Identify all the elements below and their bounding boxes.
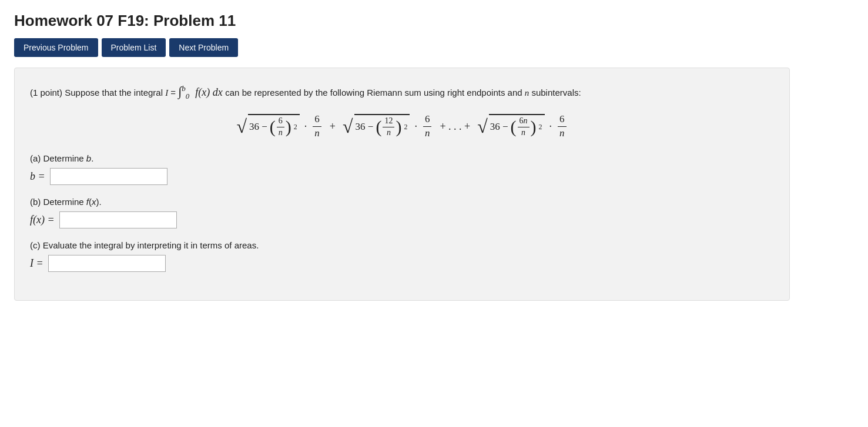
fx-input[interactable]: [59, 211, 177, 228]
prev-problem-button[interactable]: Previous Problem: [14, 38, 98, 57]
b-equals-label: b =: [30, 170, 45, 183]
part-b-answer-row: f(x) =: [30, 211, 774, 228]
plus-1: +: [330, 120, 336, 133]
term-1: √ 36 − ( 6 n ) 2 ·: [236, 113, 322, 139]
term-2: √ 36 − ( 12 n ) 2 ·: [343, 113, 433, 139]
part-a-label: (a) Determine b.: [30, 153, 774, 163]
sqrt-content-2: 36 − ( 12 n ) 2: [354, 114, 410, 139]
points-label: (1 point): [30, 88, 62, 97]
part-a-answer-row: b =: [30, 168, 774, 185]
intro-rest: can be represented by the following Riem…: [225, 88, 581, 97]
i-equals-label: I =: [30, 257, 43, 270]
next-problem-button[interactable]: Next Problem: [169, 38, 238, 57]
problem-list-button[interactable]: Problem List: [102, 38, 166, 57]
intro-text: Suppose that the integral I =: [65, 88, 178, 97]
sqrt-symbol-n: √: [477, 117, 488, 136]
riemann-sum-display: √ 36 − ( 6 n ) 2 ·: [30, 113, 774, 139]
part-c-label: (c) Evaluate the integral by interpretin…: [30, 240, 774, 250]
problem-intro: (1 point) Suppose that the integral I = …: [30, 81, 774, 103]
plus-2: + . . . +: [440, 120, 470, 133]
sqrt-content-n: 36 − ( 6n n ) 2: [489, 114, 545, 139]
integral-expression: f(x) dx: [193, 86, 225, 98]
nav-buttons: Previous Problem Problem List Next Probl…: [14, 38, 854, 57]
integral-symbol: ∫b0: [178, 84, 193, 99]
i-input[interactable]: [48, 255, 166, 272]
b-input[interactable]: [50, 168, 167, 185]
sqrt-content-1: 36 − ( 6 n ) 2: [248, 114, 300, 139]
page-title: Homework 07 F19: Problem 11: [14, 12, 854, 30]
part-b-label: (b) Determine f(x).: [30, 197, 774, 207]
problem-box: (1 point) Suppose that the integral I = …: [14, 68, 790, 301]
part-c-answer-row: I =: [30, 255, 774, 272]
sqrt-symbol-1: √: [236, 117, 247, 136]
term-n: √ 36 − ( 6n n ) 2 ·: [477, 113, 567, 139]
fx-equals-label: f(x) =: [30, 214, 55, 226]
sqrt-symbol-2: √: [343, 117, 353, 136]
